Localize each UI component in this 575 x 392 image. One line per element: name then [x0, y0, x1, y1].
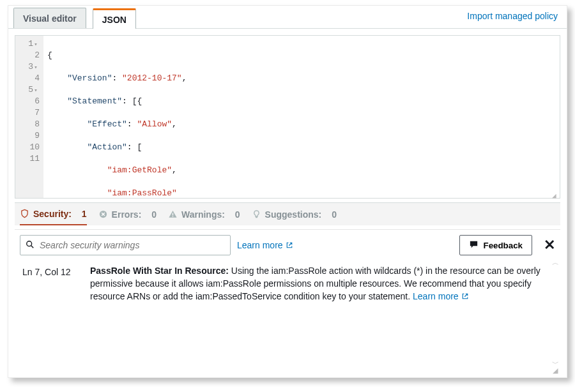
editor-resize-handle[interactable]: ◢ — [552, 190, 558, 197]
lightbulb-icon — [252, 209, 261, 219]
search-security-warnings[interactable] — [20, 235, 231, 255]
svg-line-4 — [31, 245, 34, 248]
svg-rect-2 — [172, 216, 173, 216]
external-link-icon — [461, 292, 469, 300]
scroll-up-arrow[interactable]: ︿ — [551, 258, 559, 268]
learn-more-link[interactable]: Learn more — [237, 240, 293, 250]
warning-triangle-icon — [168, 209, 178, 219]
policy-editor-shell: Visual editor JSON Import managed policy… — [8, 5, 567, 378]
status-tab-suggestions[interactable]: Suggestions: 0 — [252, 203, 337, 225]
tab-visual-editor[interactable]: Visual editor — [13, 8, 86, 28]
finding-location[interactable]: Ln 7, Col 12 — [22, 264, 79, 303]
close-panel-button[interactable]: ✕ — [544, 237, 555, 253]
error-circle-icon — [98, 209, 108, 219]
editor-tab-row: Visual editor JSON Import managed policy — [8, 6, 567, 29]
chat-bubble-icon — [469, 239, 479, 251]
import-managed-policy-link[interactable]: Import managed policy — [467, 11, 558, 21]
security-finding-row: Ln 7, Col 12 PassRole With Star In Resou… — [20, 255, 555, 303]
findings-status-bar: Security: 1 Errors: 0 Warnings: 0 Sugges… — [15, 202, 560, 225]
panel-scrollbar[interactable]: ︿ ﹀ — [551, 258, 559, 368]
code-editor-container: 1▾ 2 3▾ 4 5▾ 6 7 8 9 10 11 { "Version": … — [8, 29, 567, 199]
panel-resize-handle[interactable]: ◢ — [553, 366, 558, 375]
status-tab-errors[interactable]: Errors: 0 — [98, 203, 157, 225]
finding-message: PassRole With Star In Resource: Using th… — [90, 264, 553, 303]
editor-gutter: 1▾ 2 3▾ 4 5▾ 6 7 8 9 10 11 — [15, 36, 43, 198]
search-input[interactable] — [40, 240, 225, 250]
external-link-icon — [286, 241, 293, 249]
finding-learn-more-link[interactable]: Learn more — [413, 290, 469, 303]
svg-rect-1 — [172, 213, 173, 216]
feedback-button[interactable]: Feedback — [459, 235, 533, 255]
findings-panel: Learn more Feedback ✕ Ln 7, Col 12 PassR… — [15, 229, 560, 377]
search-icon — [26, 240, 34, 251]
shield-icon — [20, 209, 29, 218]
editor-code-area[interactable]: { "Version": "2012-10-17", "Statement": … — [43, 36, 560, 198]
tab-json[interactable]: JSON — [93, 8, 136, 29]
svg-point-3 — [27, 241, 32, 246]
findings-panel-toolbar: Learn more Feedback ✕ — [20, 235, 555, 255]
status-tab-security[interactable]: Security: 1 — [20, 203, 87, 225]
json-code-editor[interactable]: 1▾ 2 3▾ 4 5▾ 6 7 8 9 10 11 { "Version": … — [15, 35, 560, 199]
status-tab-warnings[interactable]: Warnings: 0 — [168, 203, 240, 225]
